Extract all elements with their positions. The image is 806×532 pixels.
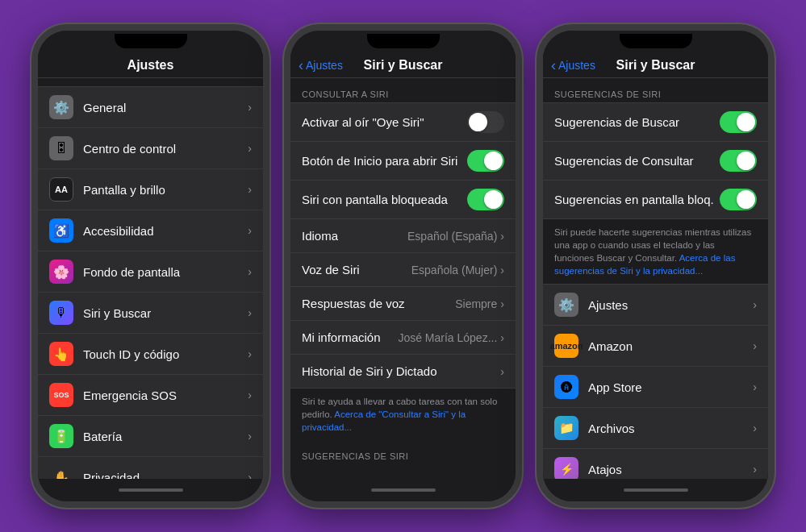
chevron-voz-siri: › xyxy=(500,264,504,276)
list-item[interactable]: 🌸 Fondo de pantalla › xyxy=(38,251,263,293)
label-atajos: Atajos xyxy=(588,463,753,476)
chevron-respuestas: › xyxy=(500,297,504,310)
list-item[interactable]: 🔋 Batería › xyxy=(38,416,263,457)
list-item[interactable]: Botón de Inicio para abrir Siri xyxy=(290,142,516,181)
back-label-2: Ajustes xyxy=(306,59,343,72)
back-button-3[interactable]: ‹ Ajustes xyxy=(551,58,595,73)
label-touchid: Touch ID y código xyxy=(83,347,248,361)
list-item[interactable]: Siri con pantalla bloqueada xyxy=(290,181,516,219)
home-indicator-2 xyxy=(371,488,436,492)
list-item[interactable]: ♿ Accesibilidad › xyxy=(38,210,263,251)
list-item[interactable]: Voz de Siri Española (Mujer) › xyxy=(290,253,516,287)
settings-list-3: SUGERENCIAS DE SIRI Sugerencias de Busca… xyxy=(543,78,768,479)
nav-bar-3: ‹ Ajustes Siri y Buscar xyxy=(543,53,768,78)
icon-atajos: ⚡ xyxy=(554,457,578,479)
list-item-archivos[interactable]: 📁 Archivos › xyxy=(543,408,768,449)
list-item[interactable]: 👆 Touch ID y código › xyxy=(38,334,263,375)
phone-2: ‹ Ajustes Siri y Buscar CONSULTAR A SIRI… xyxy=(284,24,522,508)
home-indicator-3 xyxy=(624,488,688,492)
toggle-boton-inicio[interactable] xyxy=(467,150,504,172)
list-item[interactable]: Activar al oír "Oye Siri" xyxy=(290,102,516,142)
icon-control: 🎛 xyxy=(49,136,73,160)
label-sug-buscar: Sugerencias de Buscar xyxy=(554,115,720,129)
label-sug-pantalla-bloq: Sugerencias en pantalla bloq. xyxy=(554,193,720,206)
chevron-appstore: › xyxy=(753,380,757,393)
chevron-bateria: › xyxy=(248,430,252,443)
list-item[interactable]: Idioma Español (España) › xyxy=(290,219,516,253)
list-item-ajustes[interactable]: ⚙️ Ajustes › xyxy=(543,284,768,326)
list-item[interactable]: Historial de Siri y Dictado › xyxy=(290,355,516,389)
chevron-archivos: › xyxy=(753,422,757,434)
label-respuestas: Respuestas de voz xyxy=(302,297,455,310)
toggle-oye-siri[interactable] xyxy=(467,111,504,133)
chevron-sos: › xyxy=(248,389,252,401)
icon-ajustes-app: ⚙️ xyxy=(554,293,578,317)
label-control: Centro de control xyxy=(83,142,248,156)
label-boton-inicio: Botón de Inicio para abrir Siri xyxy=(302,154,467,168)
back-button-2[interactable]: ‹ Ajustes xyxy=(299,58,343,73)
chevron-control: › xyxy=(248,142,252,155)
label-voz-siri: Voz de Siri xyxy=(302,263,411,276)
back-label-3: Ajustes xyxy=(558,59,595,72)
list-item[interactable]: 🎛 Centro de control › xyxy=(38,128,263,169)
phone-3-screen: ‹ Ajustes Siri y Buscar SUGERENCIAS DE S… xyxy=(543,53,768,479)
label-historial: Historial de Siri y Dictado xyxy=(302,364,500,378)
icon-siri: 🎙 xyxy=(49,301,73,325)
toggle-sug-consultar[interactable] xyxy=(720,150,757,172)
icon-appstore: 🅐 xyxy=(554,375,578,399)
label-sos: Emergencia SOS xyxy=(83,389,248,402)
list-item[interactable]: Sugerencias en pantalla bloq. xyxy=(543,181,768,219)
chevron-atajos: › xyxy=(753,463,757,476)
chevron-idioma: › xyxy=(500,230,504,243)
value-mi-info: José María López... xyxy=(398,331,497,344)
phone-3-bottom xyxy=(543,479,768,501)
chevron-touchid: › xyxy=(248,347,252,360)
settings-list-2: CONSULTAR A SIRI Activar al oír "Oye Sir… xyxy=(290,78,516,479)
chevron-historial: › xyxy=(500,365,504,378)
label-siri: Siri y Buscar xyxy=(83,306,248,320)
list-item[interactable]: Respuestas de voz Siempre › xyxy=(290,287,516,321)
label-appstore: App Store xyxy=(588,380,753,394)
list-item-appstore[interactable]: 🅐 App Store › xyxy=(543,367,768,408)
list-item[interactable]: AA Pantalla y brillo › xyxy=(38,169,263,210)
label-sug-consultar: Sugerencias de Consultar xyxy=(554,154,720,168)
list-item[interactable]: ✋ Privacidad › xyxy=(38,457,263,479)
phone-3-top xyxy=(543,31,768,53)
list-item[interactable]: SOS Emergencia SOS › xyxy=(38,375,263,416)
settings-list-1: ⚙️ General › 🎛 Centro de control › AA Pa… xyxy=(38,78,263,479)
label-accesib: Accesibilidad xyxy=(83,224,248,238)
list-item[interactable]: Sugerencias de Buscar xyxy=(543,102,768,142)
page-title-3: Siri y Buscar xyxy=(616,58,695,73)
value-voz-siri: Española (Mujer) xyxy=(411,264,498,276)
chevron-privacidad: › xyxy=(248,471,252,479)
chevron-fondo: › xyxy=(248,265,252,278)
list-item[interactable]: ⚙️ General › xyxy=(38,86,263,128)
notch-1 xyxy=(115,34,187,48)
nav-bar-1: Ajustes xyxy=(38,53,263,78)
label-amazon: Amazon xyxy=(588,339,753,353)
notch-3 xyxy=(620,34,692,48)
list-item[interactable]: 🎙 Siri y Buscar › xyxy=(38,293,263,334)
value-respuestas: Siempre xyxy=(455,297,497,310)
chevron-amazon: › xyxy=(753,339,757,352)
icon-general: ⚙️ xyxy=(49,95,73,119)
list-item-atajos[interactable]: ⚡ Atajos › xyxy=(543,449,768,479)
notch-2 xyxy=(367,34,440,48)
phone-1-bottom xyxy=(38,479,263,501)
label-ajustes-app: Ajustes xyxy=(588,298,753,312)
chevron-general: › xyxy=(248,101,252,114)
chevron-pantalla: › xyxy=(248,183,252,196)
info-box-3: Siri puede hacerte sugerencias mientras … xyxy=(543,219,768,284)
label-fondo: Fondo de pantalla xyxy=(83,265,248,279)
list-item[interactable]: Mi información José María López... › xyxy=(290,321,516,355)
list-item-amazon[interactable]: amazon Amazon › xyxy=(543,326,768,367)
label-oye-siri: Activar al oír "Oye Siri" xyxy=(302,115,467,129)
phone-1-top xyxy=(38,31,263,53)
label-idioma: Idioma xyxy=(302,229,407,243)
phone-2-top xyxy=(290,31,516,53)
phone-2-bottom xyxy=(290,479,516,501)
toggle-sug-buscar[interactable] xyxy=(720,111,757,133)
toggle-pantalla-bloqueada[interactable] xyxy=(467,189,504,210)
toggle-sug-pantalla-bloq[interactable] xyxy=(720,189,757,210)
list-item[interactable]: Sugerencias de Consultar xyxy=(543,142,768,181)
